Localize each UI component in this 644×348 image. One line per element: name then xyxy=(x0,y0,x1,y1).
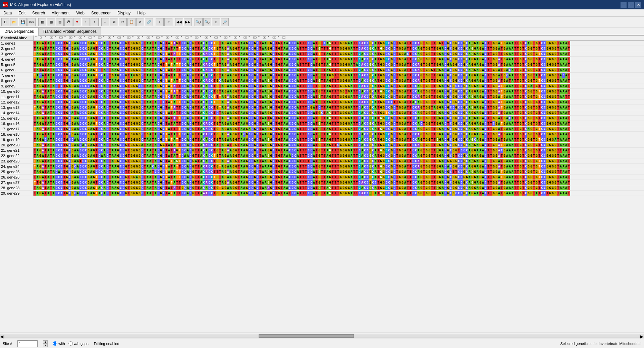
sequence-data[interactable]: TAGATATACCCTGCGAACCCGAGTCCACTAAGCCGTGGGG… xyxy=(34,78,570,83)
menu-data[interactable]: Data xyxy=(0,9,15,16)
wogaps-radio[interactable] xyxy=(68,341,73,346)
zoom-in[interactable]: 🔍+ xyxy=(195,18,203,26)
close-button[interactable]: ✕ xyxy=(635,2,641,8)
sequence-data[interactable]: TTGATATACCCTGCGAACCCGAGTCCACTAAGCCGTGGGG… xyxy=(34,180,570,185)
menu-web[interactable]: Web xyxy=(73,9,88,16)
sequence-data[interactable]: TAGATATACCCTGCGAACCCGAGTCCACTAAGCCGTGGGG… xyxy=(34,121,570,126)
sequence-data[interactable]: TAGATATACCCTGCGAACCCGAGTCCACTAAGCCGTGGGG… xyxy=(34,148,570,153)
next-button[interactable]: ▶▶ xyxy=(184,18,192,26)
table-row: 17. gene17TAGATATACCCTGCGAACCCGAGTCCACTA… xyxy=(0,126,644,132)
sequence-data[interactable]: TAGATATACCCTGCGAACCCGAGTCCACTAAGCCGTGGGG… xyxy=(34,41,570,46)
sequence-body[interactable]: 1. gene1TAGATATACCCTGCGAACCCGAGTCCACTAAG… xyxy=(0,41,644,333)
menu-edit[interactable]: Edit xyxy=(15,9,29,16)
species-label: 5. gene5 xyxy=(0,62,34,67)
cut-button[interactable]: ✂ xyxy=(119,18,127,26)
sequence-data[interactable]: TAGATATACCCTGCATACCCGAGTCCACTAAGCCGTGGGG… xyxy=(34,110,570,115)
prev-button[interactable]: ◀◀ xyxy=(175,18,183,26)
sequence-data[interactable]: TAGATATACCCTGCGAACCCGAGTCCACTAAGCCGTGGGG… xyxy=(34,132,570,137)
tb6[interactable]: ↑ xyxy=(82,18,90,26)
link-button[interactable]: 🔗 xyxy=(145,18,153,26)
sequence-data[interactable]: TAGATATGCCCTGCGAACCCGAGTCCACTAAGCCGTGGGG… xyxy=(34,89,570,94)
table-row: 21. gene21TAGATATACCCTGCGAACCCGAGTCCACTA… xyxy=(0,148,644,153)
sequence-header: Species/Abbrv * □ * □□ * □□ * □□ * □□ * … xyxy=(0,36,644,41)
sequence-data[interactable]: TAGATATACCCTGCGCACCCGAGTACACTAAGCCGTGGGG… xyxy=(34,191,570,196)
species-label: 21. gene21 xyxy=(0,148,34,153)
sequence-data[interactable]: TAGATATACCCTGCGAACCCGAGTCCACTAAGCCGTGGGG… xyxy=(34,126,570,131)
tb1[interactable]: ▦ xyxy=(38,18,46,26)
table-row: 29. gene29TAGATATACCCTGCGCACCCGAGTACACTA… xyxy=(0,191,644,196)
tb5[interactable]: ♥ xyxy=(73,18,81,26)
open-button[interactable]: 📂 xyxy=(10,18,18,26)
sequence-data[interactable]: TAGATATACTCTGAGAACCCCAGTCCACTAAGCCGTGGGC… xyxy=(34,83,570,88)
table-row: 20. gene20TAGATATACCCTGCGAACACGAGTCCACTA… xyxy=(0,142,644,148)
species-label: 11. gene11 xyxy=(0,94,34,99)
menu-search[interactable]: Search xyxy=(29,9,48,16)
site-input[interactable] xyxy=(17,340,38,347)
site-down[interactable]: ▼ xyxy=(43,344,48,347)
minimize-button[interactable]: ─ xyxy=(621,2,627,8)
zoom-out[interactable]: 🔍- xyxy=(203,18,211,26)
zoom-reset[interactable]: 🔎 xyxy=(221,18,229,26)
sequence-data[interactable]: TAGATATACCCTGCGAACCCGAGTACACTAAGCCGTGGGG… xyxy=(34,185,570,190)
add-button[interactable]: + xyxy=(156,18,164,26)
sequence-data[interactable]: TAGATATACCCTGCGAACCCGAGTCCACTAAGCCGTGGGG… xyxy=(34,99,570,105)
species-label: 6. gene6 xyxy=(0,67,34,72)
scrollbar-thumb[interactable] xyxy=(259,334,354,338)
ucc-button[interactable]: UCC xyxy=(28,18,36,26)
table-row: 7. gene7TACATATACCCTGCGAACCCAAGTCCACTGAG… xyxy=(0,73,644,78)
menu-alignment[interactable]: Alignment xyxy=(48,9,73,16)
sequence-data[interactable]: TAGATATACCCTGCGAACCCGAGTCCACTAAGCCGTGGGG… xyxy=(34,116,570,121)
save-button[interactable]: 💾 xyxy=(19,18,27,26)
sequence-data[interactable]: TAGATATACCCTGCGAACCCGAGTCAACTAAGCCGTGGGG… xyxy=(34,153,570,158)
ruler: * □ * □□ * □□ * □□ * □□ * □□ * □□ * □□ *… xyxy=(34,36,285,40)
tb2[interactable]: ▥ xyxy=(47,18,55,26)
sequence-data[interactable]: TAGATATACACTGCGAACCCGAGCCCACTAAGCCTTGGGG… xyxy=(34,169,570,174)
table-row: 15. gene15TAGATATACCCTGCGAACCCGAGTCCACTA… xyxy=(0,116,644,121)
sequence-data[interactable]: TAGATATACCCTGCGAACACGAGTCCACTAAGCCGTGGGG… xyxy=(34,142,570,147)
sequence-data[interactable]: TAGATATACCCTGCGAACCCGAGTCCACTAAGCCGTGGGG… xyxy=(34,62,570,67)
menu-help[interactable]: Help xyxy=(134,9,149,16)
scrollbar-track[interactable] xyxy=(4,334,640,338)
sequence-data[interactable]: TAGACATACCCTGCCAACCCGAGTCCACTAAGCCGTGGGG… xyxy=(34,137,570,142)
sequence-data[interactable]: TAGATATACCCTGCGAACCCGAGTCCACTAAGCCGTGGGG… xyxy=(34,46,570,51)
tb4[interactable]: W xyxy=(64,18,72,26)
table-row: 11. gene11TAGATATACCCTGCGAACCCGAGTCCACTA… xyxy=(0,94,644,99)
delete-button[interactable]: ✕ xyxy=(136,18,144,26)
export-button[interactable]: ↗ xyxy=(164,18,172,26)
table-row: 28. gene28TAGATATACCCTGCGAACCCGAGTACACTA… xyxy=(0,185,644,191)
sequence-data[interactable]: TAGATATACCCTGCGCACCCGAGTCCACTAAGCCGTGGGG… xyxy=(34,164,570,169)
sequence-data[interactable]: TATATATACCCTGCGAACCCGAGTCTACTAAGCCGTGGGG… xyxy=(34,67,570,72)
zoom-fit[interactable]: ⊕ xyxy=(212,18,220,26)
table-row: 23. gene23TAGATATACCCTGCGAATCCGAGTCCACTA… xyxy=(0,158,644,164)
without-gaps-option[interactable]: w/o gaps xyxy=(68,341,89,346)
table-row: 1. gene1TAGATATACCCTGCGAACCCGAGTCCACTAAG… xyxy=(0,41,644,46)
sequence-data[interactable]: TAGATATACCCTGCGAACCCGAGTCCACTAAGCCGTGGAG… xyxy=(34,175,570,180)
site-up[interactable]: ▲ xyxy=(43,340,48,344)
copy-button[interactable]: ⧉ xyxy=(110,18,118,26)
tab-protein[interactable]: Translated Protein Sequences xyxy=(38,27,101,35)
h-scrollbar[interactable]: ◀ ▶ xyxy=(0,333,644,339)
new-button[interactable]: 🗋 xyxy=(1,18,9,26)
tb7[interactable]: ↕ xyxy=(91,18,99,26)
toolbar: 🗋 📂 💾 UCC ▦ ▥ ▤ W ♥ ↑ ↕ ← ⧉ ✂ 📋 ✕ 🔗 + ↗ … xyxy=(0,17,644,27)
species-label: 24. gene24 xyxy=(0,164,34,169)
menu-display[interactable]: Display xyxy=(114,9,134,16)
paste-button[interactable]: 📋 xyxy=(127,18,136,26)
menu-sequencer[interactable]: Sequencer xyxy=(88,9,114,16)
maximize-button[interactable]: □ xyxy=(628,2,634,8)
tab-dna[interactable]: DNA Sequences xyxy=(0,27,38,36)
sequence-data[interactable]: TAGATATACCCGGCAAACCCCAGTCCACTAAGCCGTGGGG… xyxy=(34,57,570,62)
sequence-data[interactable]: TAGATATACCCTGCGAACCCGAGTCCACTAAGCCGTGGGG… xyxy=(34,94,570,99)
undo-button[interactable]: ← xyxy=(101,18,109,26)
tb3[interactable]: ▤ xyxy=(56,18,64,26)
sequence-data[interactable]: TAGATATACCCTGCGAACCCGAGTCCACTAAGCCGTGGGG… xyxy=(34,105,570,110)
with-gaps-label: with xyxy=(58,342,65,346)
species-label: 25. gene25 xyxy=(0,169,34,174)
sequence-data[interactable]: TACATATACCCTGCGAACCCAAGTCCACTGAGCCGTAGGG… xyxy=(34,73,570,78)
sequence-data[interactable]: TAGATATACCCTGCGAATCCGAGTCCACTAGGCCGTGGGG… xyxy=(34,158,570,163)
with-gaps-radio[interactable] xyxy=(53,341,57,346)
species-label: 20. gene20 xyxy=(0,142,34,147)
with-gaps-option[interactable]: with xyxy=(53,341,65,346)
sequence-data[interactable]: TAGATATACCCTGCGAACCCGAGTCCACTAAGCCGTGGGG… xyxy=(34,51,570,56)
table-row: 6. gene6TATATATACCCTGCGAACCCGAGTCTACTAAG… xyxy=(0,67,644,73)
